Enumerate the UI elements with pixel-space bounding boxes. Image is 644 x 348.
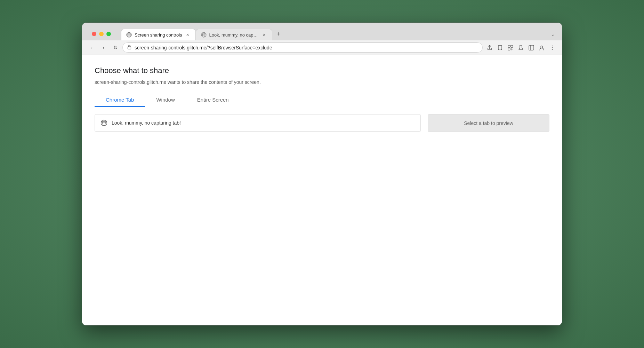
tab-list-item-title: Look, mummy, no capturing tab! xyxy=(112,120,181,126)
tab-close-look-mummy[interactable]: ✕ xyxy=(261,32,267,38)
share-tab-chrome[interactable]: Chrome Tab xyxy=(95,93,145,107)
tab-look-mummy[interactable]: Look, mummy, no capturing ta… ✕ xyxy=(196,29,272,40)
share-tabs: Chrome Tab Window Entire Screen xyxy=(95,93,549,107)
preview-placeholder: Select a tab to preview xyxy=(464,120,513,126)
tab-title-look-mummy: Look, mummy, no capturing ta… xyxy=(209,32,259,38)
tab-title-screen-sharing: Screen sharing controls xyxy=(135,32,182,38)
address-text: screen-sharing-controls.glitch.me/?selfB… xyxy=(135,45,478,50)
svg-rect-11 xyxy=(508,45,510,47)
forward-button[interactable]: › xyxy=(99,43,108,53)
share-tab-entire-screen[interactable]: Entire Screen xyxy=(186,93,240,107)
address-bar[interactable]: screen-sharing-controls.glitch.me/?selfB… xyxy=(122,42,483,53)
refresh-button[interactable]: ↻ xyxy=(111,43,120,53)
new-tab-button[interactable]: + xyxy=(274,29,283,39)
dialog-subtitle: screen-sharing-controls.glitch.me wants … xyxy=(95,79,549,85)
labs-button[interactable] xyxy=(516,43,526,53)
tab-list-item-globe-icon xyxy=(100,119,107,126)
tab-globe-icon xyxy=(126,32,132,38)
tab-close-screen-sharing[interactable]: ✕ xyxy=(185,32,191,38)
security-icon xyxy=(127,45,132,50)
svg-point-16 xyxy=(541,46,543,48)
extensions-button[interactable] xyxy=(506,43,515,53)
window-controls xyxy=(86,27,116,40)
share-content: Look, mummy, no capturing tab! Select a … xyxy=(95,107,549,139)
share-tab-window[interactable]: Window xyxy=(145,93,186,107)
tabs-container: Screen sharing controls ✕ Loo xyxy=(86,26,558,40)
minimize-button[interactable] xyxy=(99,32,104,36)
svg-rect-14 xyxy=(529,45,534,50)
svg-point-19 xyxy=(552,49,553,49)
tab-screen-sharing[interactable]: Screen sharing controls ✕ xyxy=(121,29,196,40)
tab-list-item[interactable]: Look, mummy, no capturing tab! xyxy=(95,114,420,132)
toolbar: ‹ › ↻ screen-sharing-controls.glitch.me/… xyxy=(82,40,562,55)
dialog-title: Choose what to share xyxy=(95,66,549,75)
profile-button[interactable] xyxy=(537,43,547,53)
svg-rect-13 xyxy=(508,48,510,50)
tab2-globe-icon xyxy=(201,32,207,38)
tab-list: Look, mummy, no capturing tab! xyxy=(95,114,421,132)
menu-button[interactable] xyxy=(547,43,557,53)
browser-window: Screen sharing controls ✕ Loo xyxy=(82,23,562,325)
share-page-button[interactable] xyxy=(485,43,494,53)
preview-panel: Select a tab to preview xyxy=(428,114,549,132)
tab-overflow-button[interactable]: ⌄ xyxy=(548,29,558,39)
title-bar: Screen sharing controls ✕ Loo xyxy=(82,23,562,55)
toolbar-actions xyxy=(485,43,557,53)
bookmark-button[interactable] xyxy=(495,43,505,53)
close-button[interactable] xyxy=(92,32,96,36)
svg-point-18 xyxy=(552,47,553,48)
back-button[interactable]: ‹ xyxy=(87,43,97,53)
tabs-row: Screen sharing controls ✕ Loo xyxy=(82,23,562,40)
sidebar-button[interactable] xyxy=(526,43,536,53)
svg-rect-10 xyxy=(128,47,131,49)
share-dialog: Choose what to share screen-sharing-cont… xyxy=(82,55,562,325)
maximize-button[interactable] xyxy=(106,32,111,36)
page-content: Choose what to share screen-sharing-cont… xyxy=(82,55,562,325)
svg-point-17 xyxy=(552,45,553,46)
svg-rect-12 xyxy=(511,45,513,47)
